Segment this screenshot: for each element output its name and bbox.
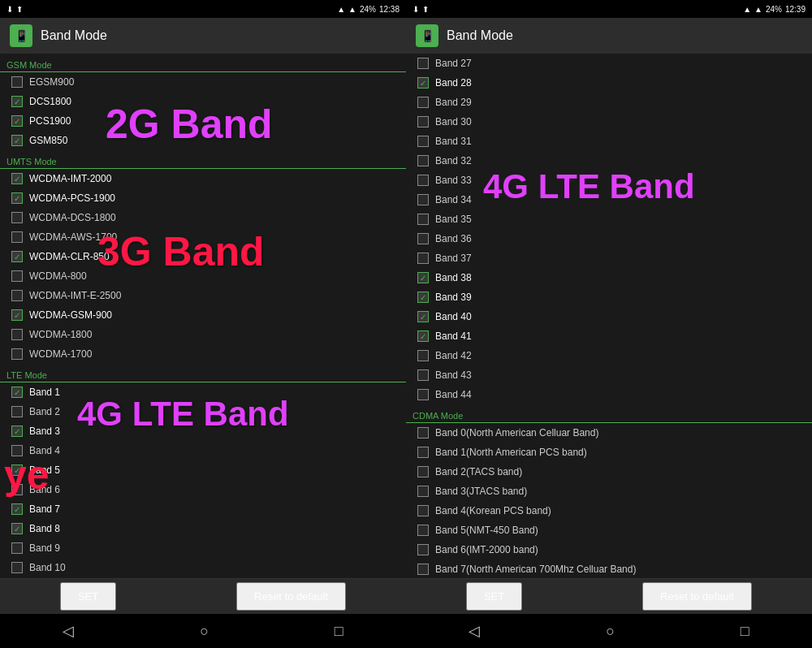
list-item[interactable]: Band 0(North American Celluar Band) (406, 423, 812, 443)
right-reset-button[interactable]: Reset to default (642, 582, 752, 611)
list-item[interactable]: Band 6 (0, 480, 406, 499)
cb-r-band29[interactable] (417, 97, 429, 108)
cb-cdma-band3[interactable] (417, 486, 429, 497)
list-item[interactable]: ✓ Band 1 (0, 382, 406, 402)
list-item[interactable]: Band 6(IMT-2000 band) (406, 540, 812, 559)
cb-wcdma-dcs1800[interactable] (11, 212, 23, 223)
list-item[interactable]: WCDMA-1700 (0, 344, 406, 364)
cb-wcdma-clr850[interactable]: ✓ (11, 251, 23, 262)
cb-r-band40[interactable]: ✓ (417, 311, 429, 322)
cb-wcdma-imt2000[interactable]: ✓ (11, 173, 23, 184)
left-home-icon[interactable]: ○ (200, 623, 209, 640)
list-item[interactable]: Band 2 (0, 402, 406, 421)
list-item[interactable]: EGSM900 (0, 72, 406, 92)
cb-band7[interactable]: ✓ (11, 503, 23, 515)
list-item[interactable]: WCDMA-800 (0, 266, 406, 286)
right-home-icon[interactable]: ○ (606, 623, 615, 640)
cb-r-band35[interactable] (417, 214, 429, 225)
cb-r-band34[interactable] (417, 194, 429, 205)
checkbox-dcs1800[interactable]: ✓ (11, 96, 23, 107)
cb-wcdma-1700[interactable] (11, 348, 23, 360)
cb-r-band27[interactable] (417, 58, 429, 69)
cb-r-band39[interactable]: ✓ (417, 292, 429, 303)
list-item[interactable]: Band 9 (0, 538, 406, 558)
list-item[interactable]: ✓ Band 28 (406, 73, 812, 93)
checkbox-gsm850[interactable]: ✓ (11, 135, 23, 146)
checkbox-pcs1900[interactable]: ✓ (11, 115, 23, 127)
cb-wcdma-800[interactable] (11, 270, 23, 282)
list-item[interactable]: Band 10 (0, 558, 406, 577)
cb-r-band41[interactable]: ✓ (417, 330, 429, 342)
list-item[interactable]: ✓ Band 40 (406, 307, 812, 326)
list-item[interactable]: WCDMA-IMT-E-2500 (0, 286, 406, 305)
cb-r-band37[interactable] (417, 253, 429, 264)
list-item[interactable]: Band 11 (0, 577, 406, 578)
right-scroll[interactable]: Band 27 ✓ Band 28 Band 29 Band 30 Band 3… (406, 54, 812, 578)
list-item[interactable]: Band 4(Korean PCS band) (406, 501, 812, 521)
cb-r-band38[interactable]: ✓ (417, 272, 429, 283)
list-item[interactable]: ✓ GSM850 (0, 131, 406, 150)
cb-wcdma-1800[interactable] (11, 329, 23, 340)
cb-cdma-band1[interactable] (417, 447, 429, 458)
right-back-icon[interactable]: ◁ (469, 622, 480, 640)
list-item[interactable]: Band 2(TACS band) (406, 462, 812, 482)
cb-cdma-band6[interactable] (417, 544, 429, 555)
list-item[interactable]: Band 44 (406, 385, 812, 404)
list-item[interactable]: Band 42 (406, 346, 812, 365)
checkbox-egsm900[interactable] (11, 76, 23, 88)
list-item[interactable]: ✓ WCDMA-CLR-850 (0, 247, 406, 266)
list-item[interactable]: Band 29 (406, 93, 812, 112)
list-item[interactable]: ✓ WCDMA-GSM-900 (0, 305, 406, 325)
list-item[interactable]: ✓ Band 7 (0, 499, 406, 519)
cb-r-band36[interactable] (417, 233, 429, 244)
list-item[interactable]: Band 4 (0, 441, 406, 460)
list-item[interactable]: ✓ Band 38 (406, 268, 812, 287)
list-item[interactable]: Band 7(North American 700Mhz Celluar Ban… (406, 559, 812, 578)
list-item[interactable]: ✓ WCDMA-PCS-1900 (0, 188, 406, 208)
list-item[interactable]: Band 33 (406, 171, 812, 190)
cb-band4[interactable] (11, 445, 23, 456)
cb-wcdma-aws1700[interactable] (11, 231, 23, 243)
cb-r-band31[interactable] (417, 136, 429, 147)
cb-wcdma-pcs1900[interactable]: ✓ (11, 192, 23, 204)
list-item[interactable]: Band 3(JTACS band) (406, 482, 812, 501)
list-item[interactable]: ✓ Band 8 (0, 519, 406, 538)
cb-band9[interactable] (11, 542, 23, 554)
cb-cdma-band2[interactable] (417, 466, 429, 477)
cb-r-band43[interactable] (417, 369, 429, 381)
list-item[interactable]: ✓ Band 3 (0, 421, 406, 441)
cb-band6[interactable] (11, 484, 23, 495)
left-reset-button[interactable]: Reset to default (236, 582, 346, 611)
cb-wcdma-gsm900[interactable]: ✓ (11, 309, 23, 321)
list-item[interactable]: ✓ Band 5 (0, 460, 406, 480)
list-item[interactable]: Band 37 (406, 248, 812, 268)
cb-band5[interactable]: ✓ (11, 464, 23, 476)
cb-band8[interactable]: ✓ (11, 523, 23, 534)
list-item[interactable]: ✓ WCDMA-IMT-2000 (0, 169, 406, 188)
list-item[interactable]: Band 36 (406, 229, 812, 248)
cb-band2[interactable] (11, 406, 23, 417)
cb-r-band28[interactable]: ✓ (417, 77, 429, 89)
list-item[interactable]: Band 5(NMT-450 Band) (406, 521, 812, 540)
list-item[interactable]: ✓ PCS1900 (0, 111, 406, 131)
cb-band10[interactable] (11, 562, 23, 573)
right-recents-icon[interactable]: □ (741, 623, 749, 640)
cb-r-band33[interactable] (417, 175, 429, 186)
list-item[interactable]: WCDMA-DCS-1800 (0, 208, 406, 227)
cb-band3[interactable]: ✓ (11, 426, 23, 437)
left-set-button[interactable]: SET (60, 582, 116, 611)
list-item[interactable]: ✓ Band 39 (406, 287, 812, 307)
cb-r-band32[interactable] (417, 155, 429, 166)
left-scroll[interactable]: GSM Mode EGSM900 ✓ DCS1800 ✓ PCS1900 ✓ G… (0, 54, 406, 578)
left-recents-icon[interactable]: □ (335, 623, 343, 640)
cb-r-band42[interactable] (417, 350, 429, 361)
cb-cdma-band5[interactable] (417, 525, 429, 536)
list-item[interactable]: Band 43 (406, 365, 812, 385)
left-back-icon[interactable]: ◁ (63, 622, 74, 640)
list-item[interactable]: ✓ Band 41 (406, 326, 812, 346)
cb-r-band30[interactable] (417, 116, 429, 127)
cb-cdma-band7[interactable] (417, 564, 429, 575)
right-set-button[interactable]: SET (466, 582, 522, 611)
list-item[interactable]: Band 34 (406, 190, 812, 210)
list-item[interactable]: WCDMA-AWS-1700 (0, 227, 406, 247)
